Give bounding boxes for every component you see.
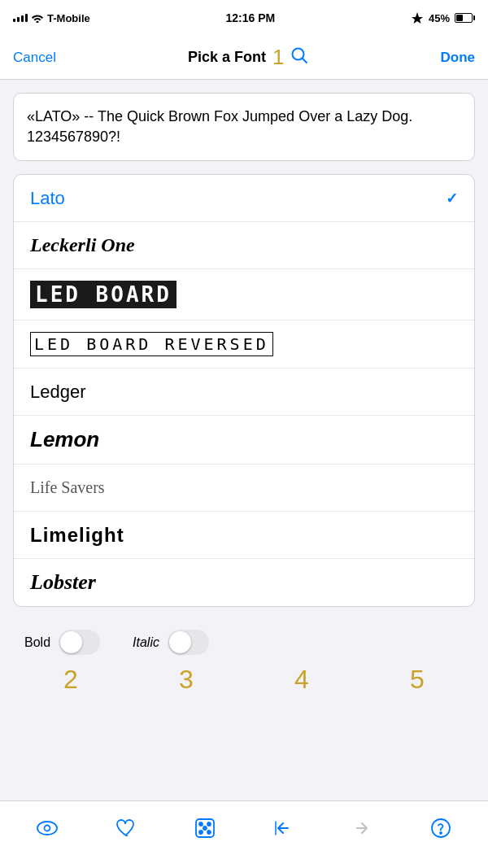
font-name-led-reversed: LED BOARD REVERSED	[30, 332, 273, 356]
page-title: Pick a Font	[188, 49, 266, 66]
svg-point-2	[37, 822, 57, 835]
bold-toggle-knob	[60, 631, 82, 653]
status-left: T-Mobile	[13, 12, 90, 24]
back-tab[interactable]	[265, 810, 301, 846]
nav-bar: Cancel Pick a Font 1 Done	[0, 36, 488, 80]
svg-point-7	[199, 831, 203, 834]
font-name-life-savers: Life Savers	[30, 478, 105, 497]
svg-point-3	[45, 826, 50, 831]
dice-tab[interactable]	[187, 810, 223, 846]
bold-label: Bold	[24, 635, 50, 650]
page-numbers: 2 3 4 5	[0, 661, 488, 701]
page-num-4[interactable]: 4	[294, 665, 309, 695]
help-tab[interactable]	[423, 810, 459, 846]
battery-icon	[455, 13, 475, 23]
italic-toggle[interactable]	[168, 630, 209, 655]
wifi-icon	[31, 13, 44, 23]
preview-section: «LATO» -- The Quick Brown Fox Jumped Ove…	[0, 80, 488, 161]
font-name-ledger: Ledger	[30, 382, 86, 403]
signal-icon	[13, 14, 28, 22]
font-name-limelight: Limelight	[30, 524, 124, 547]
status-time: 12:16 PM	[225, 11, 275, 24]
svg-point-6	[207, 822, 211, 826]
page-num-2[interactable]: 2	[63, 665, 78, 695]
font-item-life-savers[interactable]: Life Savers	[14, 465, 474, 512]
font-name-lemon: Lemon	[30, 427, 99, 452]
font-name-led-board: LED BOARD	[30, 281, 176, 308]
italic-toggle-group: Italic	[133, 630, 209, 655]
italic-label: Italic	[133, 635, 159, 650]
font-item-leckerli[interactable]: Leckerli One	[14, 222, 474, 269]
font-item-lemon[interactable]: Lemon	[14, 416, 474, 465]
font-name-lato: Lato	[30, 188, 65, 209]
heart-tab[interactable]	[108, 810, 144, 846]
page-num-3[interactable]: 3	[179, 665, 194, 695]
bold-toggle-group: Bold	[24, 630, 100, 655]
cancel-button[interactable]: Cancel	[13, 50, 56, 66]
svg-point-5	[199, 822, 203, 826]
nav-title-area: Pick a Font 1	[188, 45, 309, 70]
bold-toggle[interactable]	[59, 630, 100, 655]
status-bar: T-Mobile 12:16 PM 45%	[0, 0, 488, 36]
page-badge: 1	[272, 45, 284, 70]
italic-toggle-knob	[169, 631, 191, 653]
checkmark-icon: ✓	[446, 190, 458, 207]
font-item-ledger[interactable]: Ledger	[14, 369, 474, 416]
font-name-lobster: Lobster	[30, 570, 96, 595]
search-icon[interactable]	[290, 46, 308, 69]
svg-point-8	[207, 831, 211, 834]
page-num-5[interactable]: 5	[410, 665, 425, 695]
svg-point-9	[203, 827, 207, 830]
style-controls: Bold Italic	[0, 620, 488, 661]
font-item-limelight[interactable]: Limelight	[14, 512, 474, 559]
battery-percent: 45%	[429, 12, 450, 24]
font-name-leckerli: Leckerli One	[30, 234, 135, 256]
location-icon	[411, 11, 424, 24]
carrier-label: T-Mobile	[47, 12, 90, 24]
svg-point-11	[440, 832, 442, 834]
tab-bar	[0, 800, 488, 868]
forward-tab[interactable]	[344, 810, 380, 846]
svg-line-1	[303, 58, 307, 63]
font-item-lato[interactable]: Lato ✓	[14, 175, 474, 222]
font-item-lobster[interactable]: Lobster	[14, 559, 474, 606]
status-right: 45%	[411, 11, 475, 24]
eye-tab[interactable]	[29, 810, 65, 846]
font-item-led-reversed[interactable]: LED BOARD REVERSED	[14, 321, 474, 369]
preview-box: «LATO» -- The Quick Brown Fox Jumped Ove…	[13, 93, 475, 161]
font-list: Lato ✓ Leckerli One LED BOARD LED BOARD …	[13, 174, 475, 607]
done-button[interactable]: Done	[440, 50, 475, 66]
font-item-led-board[interactable]: LED BOARD	[14, 269, 474, 321]
